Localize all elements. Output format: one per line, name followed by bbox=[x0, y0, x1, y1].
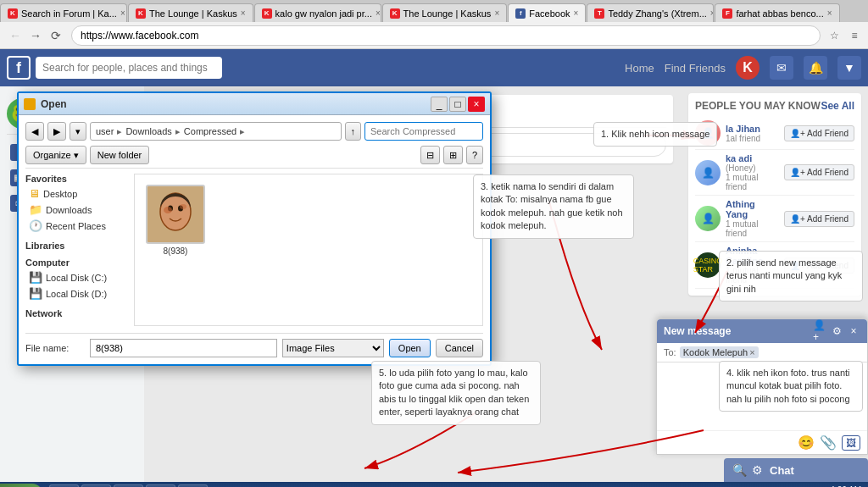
tab-teddy[interactable]: T Teddy Zhang's (Xtrem... × bbox=[587, 3, 714, 22]
dialog-up-btn[interactable]: ↑ bbox=[345, 122, 362, 141]
sidebar-desktop-label: Desktop bbox=[43, 189, 77, 199]
dialog-open-btn[interactable]: Open bbox=[389, 339, 431, 357]
fb-person-1: 👤 la Jihan 1al friend 👤+ Add Friend bbox=[695, 117, 854, 150]
new-message-header: New message 👤+ ⚙ × bbox=[657, 319, 867, 343]
tab-label-2: The Lounge | Kaskus bbox=[149, 8, 237, 19]
tab-close-4[interactable]: × bbox=[494, 8, 499, 18]
dialog-view-btn-2[interactable]: ⊞ bbox=[443, 146, 463, 164]
add-people-icon[interactable]: 👤+ bbox=[813, 324, 826, 338]
attachment-icon[interactable]: 📎 bbox=[820, 434, 837, 451]
fb-person-name-4: Aninha Caroline bbox=[726, 246, 779, 266]
tab-close-2[interactable]: × bbox=[241, 8, 246, 18]
dialog-title: Open bbox=[24, 98, 67, 110]
settings-icon[interactable]: ⚙ bbox=[830, 324, 843, 338]
tab-label-1: Search in Forum | Ka... bbox=[21, 8, 117, 19]
close-icon[interactable]: × bbox=[847, 324, 860, 338]
sidebar-item-disk-d[interactable]: 💾 Local Disk (D:) bbox=[25, 285, 127, 302]
fb-nav-notifications-icon[interactable]: 🔔 bbox=[804, 56, 827, 80]
chat-bar[interactable]: 🔍 ⚙ Chat bbox=[724, 458, 868, 482]
fb-nav-friends-icon[interactable]: K bbox=[736, 56, 760, 80]
recent-icon: 🕐 bbox=[29, 219, 42, 232]
dialog-recent-btn[interactable]: ▾ bbox=[70, 122, 86, 141]
bookmark-icon[interactable]: ☆ bbox=[826, 27, 843, 44]
emoji-icon[interactable]: 😊 bbox=[798, 434, 815, 451]
sidebar-item-recent[interactable]: 🕐 Recent Places bbox=[25, 218, 127, 234]
tab-close-farhat[interactable]: × bbox=[827, 8, 832, 18]
reload-button[interactable]: ⟳ bbox=[46, 25, 66, 46]
dialog-maximize-btn[interactable]: □ bbox=[449, 97, 466, 112]
new-message-body[interactable] bbox=[657, 362, 867, 430]
dialog-body: ◀ ▶ ▾ user ▸ Downloads ▸ Compressed ▸ ↑ … bbox=[19, 115, 490, 364]
file-type-select[interactable]: Image Files bbox=[282, 339, 384, 357]
settings-icon[interactable]: ≡ bbox=[846, 27, 863, 44]
tab-close-1[interactable]: × bbox=[120, 8, 125, 18]
tab-kaskus-4[interactable]: K The Lounge | Kaskus × bbox=[382, 3, 508, 22]
dialog-back-btn[interactable]: ◀ bbox=[25, 122, 44, 141]
add-friend-btn-3[interactable]: 👤+ Add Friend bbox=[784, 211, 854, 227]
sidebar-item-downloads[interactable]: 📁 Downloads bbox=[25, 202, 127, 218]
tab-icon-kaskus-3: K bbox=[262, 8, 272, 19]
fb-person-avatar-3: 👤 bbox=[695, 206, 721, 231]
address-bar[interactable] bbox=[71, 25, 821, 46]
file-item-1[interactable]: 8(938) bbox=[142, 181, 209, 259]
fb-logo: f bbox=[7, 56, 31, 80]
chat-options-icon[interactable]: ⚙ bbox=[752, 463, 763, 477]
photo-icon[interactable]: 🖼 bbox=[842, 435, 860, 451]
tab-icon-kaskus-1: K bbox=[8, 8, 18, 19]
fb-person-mutual-2: (Honey)1 mutual friend bbox=[726, 163, 779, 191]
chat-search-icon[interactable]: 🔍 bbox=[732, 463, 747, 477]
dialog-minimize-btn[interactable]: _ bbox=[431, 97, 448, 112]
tab-close-fb[interactable]: × bbox=[574, 8, 579, 18]
fb-search-input[interactable] bbox=[36, 57, 222, 79]
forward-button[interactable]: → bbox=[25, 25, 46, 46]
people-see-all[interactable]: See All bbox=[821, 100, 854, 112]
tab-kaskus-3[interactable]: K kalo gw nyalon jadi pr... × bbox=[254, 3, 381, 22]
fb-nav-settings-icon[interactable]: ▼ bbox=[837, 56, 861, 80]
dialog-help-btn[interactable]: ? bbox=[466, 146, 483, 164]
dialog-sidebar: Favorites 🖥 Desktop 📁 Downloads 🕐 Recent… bbox=[25, 174, 127, 326]
tab-farhat[interactable]: F farhat abbas benco... × bbox=[715, 3, 839, 22]
fb-body: f Home Find Friends K ✉ 🔔 ▼ 🐸 Kodok Mele… bbox=[0, 49, 868, 482]
recipient-name: Kodok Melepuh bbox=[683, 347, 748, 357]
tab-close-teddy[interactable]: × bbox=[710, 8, 715, 18]
dialog-search-input[interactable] bbox=[364, 122, 483, 141]
dialog-new-folder-btn[interactable]: New folder bbox=[90, 146, 150, 164]
dialog-view-btn-1[interactable]: ⊟ bbox=[420, 146, 440, 164]
add-friend-btn-1[interactable]: 👤+ Add Friend bbox=[784, 125, 854, 141]
disk-c-icon: 💾 bbox=[29, 271, 42, 284]
file-name-input[interactable] bbox=[90, 339, 277, 357]
tab-icon-kaskus-4: K bbox=[390, 8, 400, 19]
dialog-fwd-btn[interactable]: ▶ bbox=[47, 122, 66, 141]
tab-close-3[interactable]: × bbox=[376, 8, 381, 18]
tab-kaskus-1[interactable]: K Search in Forum | Ka... × bbox=[0, 3, 127, 22]
sidebar-item-disk-c[interactable]: 💾 Local Disk (C:) bbox=[25, 269, 127, 285]
breadcrumb-compressed: Compressed bbox=[184, 126, 236, 136]
taskbar: Start 🪟 📁 🔵 🦊 📄 ▲ 📶 🔊 4:26 AM 4/6/2014 bbox=[0, 482, 868, 487]
back-button[interactable]: ← bbox=[5, 25, 25, 46]
file-label-1: 8(938) bbox=[164, 246, 188, 256]
downloads-icon: 📁 bbox=[29, 203, 42, 216]
taskbar-start-button[interactable]: Start bbox=[0, 484, 42, 487]
favorites-header: Favorites bbox=[25, 174, 127, 184]
dialog-close-btn[interactable]: × bbox=[468, 97, 485, 112]
add-friend-btn-2[interactable]: 👤+ Add Friend bbox=[784, 164, 854, 180]
chat-label: Chat bbox=[770, 464, 860, 477]
sidebar-section-favorites: Favorites 🖥 Desktop 📁 Downloads 🕐 Recent… bbox=[25, 174, 127, 234]
fb-nav-find-friends[interactable]: Find Friends bbox=[665, 62, 726, 75]
tab-facebook[interactable]: f Facebook × bbox=[508, 3, 586, 22]
add-friend-btn-4[interactable]: 👤+ Add Friend bbox=[784, 257, 854, 274]
tab-kaskus-2[interactable]: K The Lounge | Kaskus × bbox=[128, 3, 253, 22]
tab-bar: K Search in Forum | Ka... × K The Lounge… bbox=[0, 0, 868, 22]
new-message-title: New message bbox=[664, 325, 731, 337]
fb-nav-messages-icon[interactable]: ✉ bbox=[770, 56, 793, 80]
sidebar-item-desktop[interactable]: 🖥 Desktop bbox=[25, 185, 127, 202]
dialog-cancel-btn[interactable]: Cancel bbox=[436, 339, 483, 357]
fb-person-mutual-1: 1al friend bbox=[726, 134, 779, 143]
nav-bar: ← → ⟳ ☆ ≡ bbox=[0, 22, 868, 49]
dialog-organize-btn[interactable]: Organize ▾ bbox=[25, 146, 86, 164]
fb-nav-home[interactable]: Home bbox=[625, 62, 654, 75]
fb-person-info-4: Aninha Caroline 1 mutual friend bbox=[726, 246, 779, 285]
dialog-main: Favorites 🖥 Desktop 📁 Downloads 🕐 Recent… bbox=[25, 174, 483, 326]
recipient-chip-close[interactable]: × bbox=[749, 347, 754, 357]
dialog-title-icon bbox=[24, 98, 36, 110]
